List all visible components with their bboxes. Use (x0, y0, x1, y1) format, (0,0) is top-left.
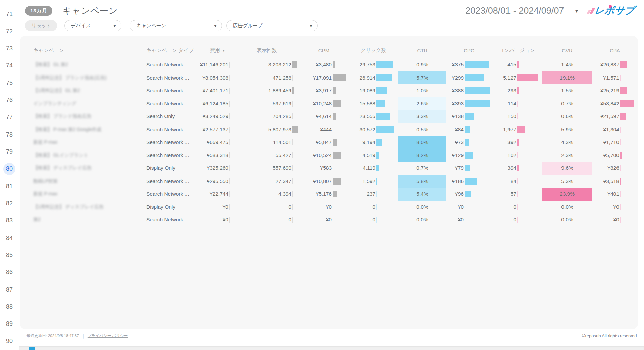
sidebar-page-75[interactable]: 75 (3, 77, 15, 89)
clicks-value: 26,914 (348, 75, 375, 81)
sidebar-page-88[interactable]: 88 (3, 301, 15, 313)
cpm-databar (333, 113, 348, 120)
campaign-type-value: Display Only (146, 204, 175, 210)
databar-zero-marker (620, 204, 621, 210)
impressions-cell: 1,889,459 (234, 87, 299, 94)
cpc-databar (465, 165, 491, 171)
filter-dropdown-campaign[interactable]: キャンペーン▼ (130, 20, 222, 31)
databar-fill (465, 87, 490, 94)
cpm-cell: ¥5,847 (299, 139, 348, 146)
impressions-value: 557,690 (234, 165, 291, 171)
cvr-value: 1.5% (561, 88, 573, 94)
chevron-down-icon[interactable]: ▼ (574, 8, 579, 14)
cost-databar (229, 204, 234, 210)
sidebar-page-86[interactable]: 86 (3, 266, 15, 279)
campaign-name-cell: 【検索】 GL 第2 (33, 62, 146, 68)
cpc-value: ¥393 (446, 101, 464, 107)
cvr-cell: 0.0% (542, 213, 592, 227)
cpa-cell: ¥401 (592, 191, 638, 197)
cvr-heat-cell: 5.3% (542, 175, 592, 188)
databar-fill (292, 87, 294, 94)
cpa-databar (620, 216, 638, 223)
column-header-cpc[interactable]: CPC (446, 48, 491, 53)
column-header-cpm[interactable]: CPM (299, 48, 348, 53)
impressions-cell: 704,285 (234, 113, 299, 120)
sidebar-page-90[interactable]: 90 (3, 335, 15, 347)
databar-fill (333, 61, 335, 68)
cpa-cell: ¥21,597 (592, 113, 638, 120)
impressions-value: 0 (234, 204, 291, 210)
filter-dropdown-device[interactable]: デバイス▼ (64, 20, 121, 31)
impressions-databar (292, 100, 299, 107)
clicks-databar (376, 191, 398, 197)
column-header-impressions[interactable]: 表示回数 (234, 47, 299, 54)
column-header-cvr[interactable]: CVR (542, 48, 592, 53)
cpc-cell: ¥186 (446, 178, 491, 185)
cvr-value: 0.0% (561, 204, 573, 210)
campaign-name-redacted: 動画LP対策 (33, 178, 58, 184)
sidebar-page-89[interactable]: 89 (3, 318, 15, 330)
databar-zero-marker (292, 217, 293, 223)
reset-button[interactable]: リセット (25, 20, 57, 31)
cost-cell: ¥8,054,308 (201, 74, 234, 81)
databar-zero-marker (517, 217, 518, 223)
sidebar-page-71[interactable]: 71 (3, 8, 15, 20)
cvr-heat-cell: 19.1% (542, 71, 592, 85)
column-header-clicks[interactable]: クリック数 (348, 47, 398, 54)
cvr-value: 5.9% (561, 127, 573, 133)
ctr-value: 3.3% (416, 113, 428, 119)
sidebar-page-80[interactable]: 80 (3, 163, 15, 175)
cpa-cell: ¥1,710 (592, 139, 638, 146)
column-label: CPM (318, 48, 329, 53)
sidebar-page-77[interactable]: 77 (3, 111, 15, 123)
reposub-logo: レポサブ (588, 5, 635, 17)
cvr-value: 0.7% (561, 101, 573, 107)
ctr-heat-cell: 2.6% (398, 97, 446, 110)
cost-databar (229, 139, 234, 146)
sidebar-page-87[interactable]: 87 (3, 284, 15, 296)
column-header-type[interactable]: キャンペーン タイプ (146, 47, 201, 54)
ctr-heat-cell: 1.0% (398, 84, 446, 97)
sidebar-page-82[interactable]: 82 (3, 197, 15, 209)
column-header-cost[interactable]: 費用▼ (201, 47, 234, 54)
cpm-value: ¥4,614 (299, 113, 332, 119)
cpa-cell: ¥3,518 (592, 178, 638, 185)
column-header-name[interactable]: キャンペーン (33, 47, 146, 54)
cost-cell: ¥7,401,171 (201, 87, 234, 94)
sidebar-page-78[interactable]: 78 (3, 129, 15, 141)
sidebar-page-72[interactable]: 72 (3, 25, 15, 37)
column-header-ctr[interactable]: CTR (398, 48, 446, 53)
databar-fill (292, 126, 298, 133)
sidebar-page-83[interactable]: 83 (3, 215, 15, 227)
ctr-cell: 2.6% (398, 97, 446, 110)
filter-dropdown-ad-group[interactable]: 広告グループ▼ (226, 20, 318, 31)
cost-databar (229, 87, 234, 94)
sidebar-page-76[interactable]: 76 (3, 94, 15, 106)
sidebar-page-84[interactable]: 84 (3, 232, 15, 244)
cvr-value: 2.3% (561, 152, 573, 158)
conversions-databar (517, 152, 542, 159)
sidebar-page-85[interactable]: 85 (3, 249, 15, 261)
cpm-cell: ¥5,176 (299, 191, 348, 197)
column-header-conversions[interactable]: コンバージョン (491, 47, 542, 54)
clicks-value: 9,194 (348, 139, 375, 145)
column-header-cpa[interactable]: CPA (592, 48, 638, 53)
impressions-databar (292, 191, 299, 197)
privacy-policy-link[interactable]: プライバシー ポリシー (88, 333, 128, 338)
sidebar-page-81[interactable]: 81 (3, 180, 15, 192)
clicks-databar (376, 100, 398, 107)
cpc-cell: ¥84 (446, 126, 491, 133)
cpa-cell: ¥0 (592, 204, 638, 210)
sidebar-page-73[interactable]: 73 (3, 43, 15, 55)
date-range-selector[interactable]: 2023/08/01 - 2024/09/07 ▼ (465, 6, 579, 16)
cpa-value: ¥26,837 (592, 62, 619, 68)
cpa-value: ¥401 (592, 191, 619, 197)
ctr-heat-cell: 3.3% (398, 110, 446, 123)
ctr-value: 5.7% (416, 75, 428, 81)
sidebar-page-79[interactable]: 79 (3, 146, 15, 158)
period-badge: 13カ月 (25, 6, 52, 16)
sidebar-page-74[interactable]: 74 (3, 60, 15, 72)
cvr-heat-cell: 9.6% (542, 162, 592, 175)
cost-value: ¥325,260 (201, 165, 228, 171)
cpm-databar (333, 126, 348, 133)
